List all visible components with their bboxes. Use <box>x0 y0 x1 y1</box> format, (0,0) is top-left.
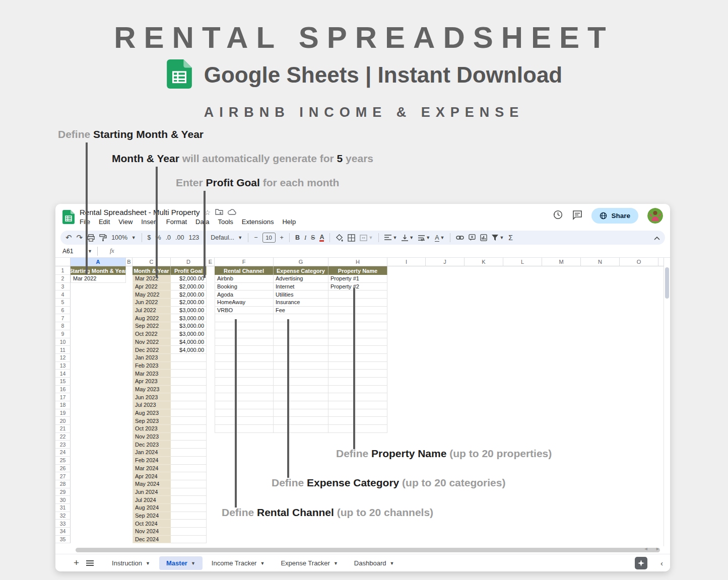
row-header-23[interactable]: 23 <box>55 441 71 449</box>
text-color-button[interactable]: A <box>319 234 324 242</box>
grid-cell-L26[interactable] <box>503 465 542 473</box>
grid-cell-A26[interactable] <box>71 465 126 473</box>
grid-cell-J3[interactable] <box>426 283 465 291</box>
grid-cell-J20[interactable] <box>426 417 465 425</box>
grid-cell-B2[interactable] <box>126 275 133 283</box>
grid-cell-K33[interactable] <box>465 520 503 528</box>
grid-cell-B18[interactable] <box>126 401 133 409</box>
grid-cell-A3[interactable] <box>71 283 126 291</box>
grid-cell-H13[interactable] <box>328 362 387 370</box>
grid-cell-F8[interactable] <box>215 322 274 330</box>
grid-cell-C30[interactable]: Jul 2024 <box>133 496 171 504</box>
grid-cell-L13[interactable] <box>503 362 542 370</box>
row-header-14[interactable]: 14 <box>55 370 71 378</box>
grid-cell-D11[interactable]: $4,000.00 <box>171 346 207 354</box>
grid-cell-I15[interactable] <box>387 378 426 386</box>
menu-format[interactable]: Format <box>166 218 187 226</box>
grid-cell-B26[interactable] <box>126 465 133 473</box>
grid-cell-G14[interactable] <box>274 370 328 378</box>
grid-cell-F22[interactable] <box>215 433 274 441</box>
grid-cell-N3[interactable] <box>581 283 620 291</box>
grid-cell-H35[interactable] <box>328 536 387 544</box>
grid-cell-B35[interactable] <box>126 536 133 544</box>
grid-cell-A17[interactable] <box>71 393 126 401</box>
grid-cell-O21[interactable] <box>620 425 658 433</box>
grid-cell-C32[interactable]: Sep 2024 <box>133 512 171 520</box>
grid-cell-H18[interactable] <box>328 401 387 409</box>
grid-cell-O22[interactable] <box>620 433 658 441</box>
menu-tools[interactable]: Tools <box>218 218 233 226</box>
grid-cell-J14[interactable] <box>426 370 465 378</box>
grid-cell-D2[interactable]: $2,000.00 <box>171 275 207 283</box>
grid-cell-A27[interactable] <box>71 472 126 480</box>
grid-cell-H33[interactable] <box>328 520 387 528</box>
grid-cell-G24[interactable] <box>274 449 328 457</box>
row-header-22[interactable]: 22 <box>55 433 71 441</box>
grid-cell-N6[interactable] <box>581 307 620 315</box>
select-all-corner[interactable] <box>55 258 71 266</box>
grid-cell-M30[interactable] <box>542 496 581 504</box>
grid-cell-L35[interactable] <box>503 536 542 544</box>
grid-cell-M17[interactable] <box>542 393 581 401</box>
grid-cell-M16[interactable] <box>542 386 581 394</box>
grid-cell-I10[interactable] <box>387 338 426 346</box>
grid-cell-L14[interactable] <box>503 370 542 378</box>
grid-cell-E4[interactable] <box>207 291 215 299</box>
grid-cell-A34[interactable] <box>71 528 126 536</box>
grid-cell-H1[interactable]: Property Name <box>328 266 387 275</box>
grid-cell-I17[interactable] <box>387 393 426 401</box>
column-header-E[interactable]: E <box>207 258 215 266</box>
grid-cell-N19[interactable] <box>581 409 620 417</box>
grid-cell-L18[interactable] <box>503 401 542 409</box>
grid-cell-M13[interactable] <box>542 362 581 370</box>
grid-cell-J22[interactable] <box>426 433 465 441</box>
font-size-input[interactable]: 10 <box>262 233 276 243</box>
grid-cell-F20[interactable] <box>215 417 274 425</box>
grid-cell-K32[interactable] <box>465 512 503 520</box>
grid-cell-L1[interactable] <box>503 266 542 275</box>
grid-cell-H17[interactable] <box>328 393 387 401</box>
column-header-partial[interactable] <box>658 258 664 266</box>
grid-cell-I26[interactable] <box>387 465 426 473</box>
grid-cell-L17[interactable] <box>503 393 542 401</box>
grid-cell-O7[interactable] <box>620 314 658 322</box>
grid-cell-O4[interactable] <box>620 291 658 299</box>
grid-cell-C5[interactable]: Jun 2022 <box>133 299 171 307</box>
grid-cell-B19[interactable] <box>126 409 133 417</box>
grid-cell-O9[interactable] <box>620 330 658 338</box>
grid-cell-B33[interactable] <box>126 520 133 528</box>
grid-cell-E25[interactable] <box>207 457 215 465</box>
grid-cell-L32[interactable] <box>503 512 542 520</box>
grid-cell-A7[interactable] <box>71 314 126 322</box>
grid-cell-N28[interactable] <box>581 480 620 488</box>
grid-cell-N16[interactable] <box>581 386 620 394</box>
grid-cell-K4[interactable] <box>465 291 503 299</box>
grid-cell-D31[interactable] <box>171 504 207 512</box>
grid-cell-B21[interactable] <box>126 425 133 433</box>
grid-cell-N2[interactable] <box>581 275 620 283</box>
tab-dashboard[interactable]: Dashboard▼ <box>347 556 402 570</box>
grid-cell-B15[interactable] <box>126 378 133 386</box>
format-style-select[interactable]: Defaul... ▼ <box>211 234 242 241</box>
grid-cell-K34[interactable] <box>465 528 503 536</box>
grid-cell-J35[interactable] <box>426 536 465 544</box>
grid-cell-G12[interactable] <box>274 354 328 362</box>
row-header-30[interactable]: 30 <box>55 496 71 504</box>
grid-cell-M2[interactable] <box>542 275 581 283</box>
row-header-9[interactable]: 9 <box>55 330 71 338</box>
horizontal-align-button[interactable]: ▼ <box>384 235 397 241</box>
row-header-35[interactable]: 35 <box>55 536 71 544</box>
grid-cell-E14[interactable] <box>207 370 215 378</box>
grid-cell-D34[interactable] <box>171 528 207 536</box>
tab-master[interactable]: Master▼ <box>159 556 203 570</box>
grid-cell-N12[interactable] <box>581 354 620 362</box>
grid-cell-D6[interactable]: $3,000.00 <box>171 307 207 315</box>
grid-cell-N9[interactable] <box>581 330 620 338</box>
grid-cell-I1[interactable] <box>387 266 426 275</box>
grid-cell-O11[interactable] <box>620 346 658 354</box>
grid-cell-A33[interactable] <box>71 520 126 528</box>
grid-cell-M8[interactable] <box>542 322 581 330</box>
grid-cell-K18[interactable] <box>465 401 503 409</box>
grid-cell-C11[interactable]: Dec 2022 <box>133 346 171 354</box>
grid-cell-L10[interactable] <box>503 338 542 346</box>
